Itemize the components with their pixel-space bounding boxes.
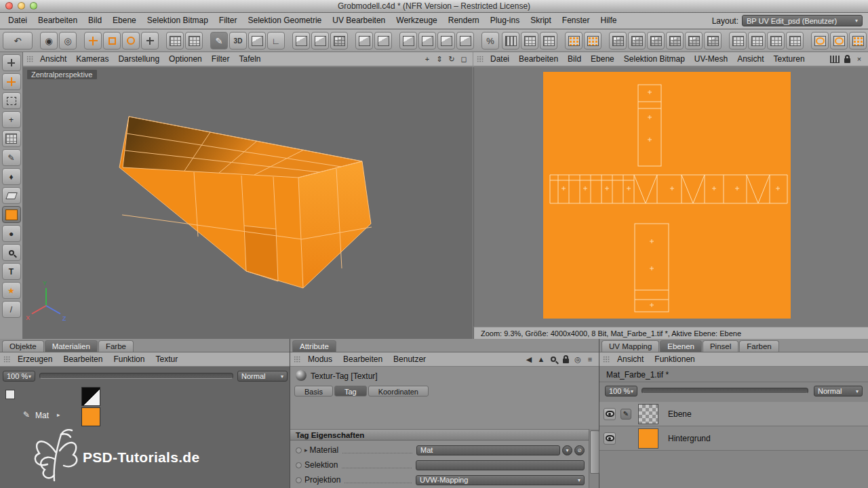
attributes-menu-bearbeiten[interactable]: Bearbeiten	[338, 352, 388, 367]
tab-uv-mapping[interactable]: UV Mapping	[601, 340, 659, 352]
cube-mapping-button-9[interactable]	[456, 32, 474, 49]
expander-icon[interactable]: ▸	[57, 411, 60, 418]
cube-mapping-button-8[interactable]	[437, 32, 455, 49]
zoom-view-icon[interactable]: ⇕	[433, 54, 446, 64]
material-pencil-icon[interactable]: ✎	[23, 410, 30, 420]
layer-row-ebene[interactable]: ✎ Ebene	[599, 402, 868, 426]
pattern-tool-button[interactable]	[2, 130, 21, 147]
anim-dot-icon[interactable]	[296, 447, 302, 453]
tab-farbe[interactable]: Farbe	[98, 340, 134, 352]
rotate-view-icon[interactable]: ↻	[446, 54, 458, 64]
viewport-menu-tafeln[interactable]: Tafeln	[234, 52, 265, 67]
move-tool-button[interactable]	[2, 73, 21, 90]
viewport-menu-optionen[interactable]: Optionen	[164, 52, 207, 67]
menu-skript[interactable]: Skript	[525, 13, 557, 28]
uv-menu-ebene[interactable]: Ebene	[586, 52, 619, 67]
menu-ebene[interactable]: Ebene	[107, 13, 142, 28]
panel-handle-icon[interactable]	[603, 356, 610, 363]
uv-projection-button-6[interactable]	[704, 32, 722, 49]
uv-projection-button-3[interactable]	[647, 32, 665, 49]
viewport-menu-darstellung[interactable]: Darstellung	[113, 52, 164, 67]
zoom-window-icon[interactable]	[30, 2, 37, 9]
minimize-window-icon[interactable]	[18, 2, 25, 9]
lock-icon[interactable]	[559, 354, 572, 365]
tab-objekte[interactable]: Objekte	[2, 340, 44, 352]
materials-menu-funktion[interactable]: Funktion	[108, 352, 150, 367]
target-icon[interactable]: ◎	[572, 354, 584, 365]
uv-grid-button-2[interactable]	[748, 32, 766, 49]
section-header[interactable]: Tag Eigenschaften	[290, 429, 589, 441]
camera-label[interactable]: Zentralperspektive	[27, 70, 97, 79]
material-name[interactable]: Mat	[35, 411, 49, 420]
rotate-tool-button[interactable]	[122, 32, 140, 49]
projection-paint-button[interactable]	[248, 32, 266, 49]
material-blend-select[interactable]: Normal ▾	[237, 371, 288, 382]
texture-file-name[interactable]: Mat_Farbe_1.tif *	[606, 370, 669, 380]
cube-mapping-button-7[interactable]	[418, 32, 436, 49]
viewport-menu-filter[interactable]: Filter	[207, 52, 235, 67]
attributes-scrollbar[interactable]: ▲ ▼	[589, 429, 599, 488]
panel-handle-icon[interactable]	[477, 56, 484, 62]
materials-menu-bearbeiten[interactable]: Bearbeiten	[58, 352, 108, 367]
menu-selektion-geometrie[interactable]: Selektion Geometrie	[243, 13, 328, 28]
uv-projection-button-2[interactable]	[628, 32, 646, 49]
menu-uv-bearbeiten[interactable]: UV Bearbeiten	[327, 13, 391, 28]
uv-menu-texturen[interactable]: Texturen	[769, 52, 810, 67]
menu-filter[interactable]: Filter	[214, 13, 243, 28]
paint-brush-button[interactable]: ✎	[210, 32, 228, 49]
knife-tool-button[interactable]: /	[2, 301, 21, 318]
uv-menu-uv-mesh[interactable]: UV-Mesh	[690, 52, 732, 67]
cube-mapping-button-6[interactable]	[399, 32, 417, 49]
material-opacity-slider[interactable]	[39, 373, 233, 379]
3d-viewport[interactable]: Zentralperspektive	[23, 67, 473, 339]
layers-menu-ansicht[interactable]: Ansicht	[612, 352, 649, 367]
anim-dot-icon[interactable]	[296, 477, 302, 483]
live-selection-button[interactable]: ◉	[40, 32, 58, 49]
uv-projection-button-4[interactable]	[666, 32, 684, 49]
material-color-thumbnail[interactable]	[81, 407, 100, 426]
percent-button[interactable]: %	[481, 32, 499, 49]
menu-bild[interactable]: Bild	[83, 13, 107, 28]
tab-koordinaten[interactable]: Koordinaten	[368, 386, 429, 396]
materials-menu-textur[interactable]: Textur	[150, 352, 183, 367]
uv-texture[interactable]	[543, 72, 791, 319]
layer-thumbnail[interactable]	[638, 428, 658, 449]
text-tool-button[interactable]: T	[2, 263, 21, 280]
cube-mapping-button-4[interactable]	[355, 32, 373, 49]
marquee-tool-button[interactable]	[2, 92, 21, 109]
selection-button[interactable]: ◎	[59, 32, 77, 49]
uv-point-sel-button[interactable]	[565, 32, 583, 49]
visibility-eye-icon[interactable]	[604, 408, 616, 420]
uv-relax-button-1[interactable]	[811, 32, 829, 49]
lock-icon[interactable]	[841, 54, 853, 64]
uv-menu-bearbeiten[interactable]: Bearbeiten	[514, 52, 563, 67]
close-icon[interactable]: ×	[853, 54, 865, 64]
uv-menu-datei[interactable]: Datei	[486, 52, 514, 67]
close-window-icon[interactable]	[5, 2, 13, 9]
scale-tool-button[interactable]	[103, 32, 121, 49]
material-preview-icon[interactable]	[5, 390, 15, 399]
scrollbar-thumb[interactable]	[590, 430, 599, 474]
materials-menu-erzeugen[interactable]: Erzeugen	[12, 352, 58, 367]
layers-menu-funktionen[interactable]: Funktionen	[649, 352, 700, 367]
layer-name[interactable]: Hintergrund	[668, 434, 711, 443]
pan-view-icon[interactable]: +	[421, 54, 433, 64]
menu-werkzeuge[interactable]: Werkzeuge	[391, 13, 442, 28]
layer-opacity-select[interactable]: 100 % ▾	[605, 386, 637, 396]
uv-columns-button[interactable]	[502, 32, 519, 49]
tab-ebenen[interactable]: Ebenen	[660, 340, 702, 352]
uv-canvas[interactable]	[473, 67, 868, 327]
uv-table-button-1[interactable]	[521, 32, 538, 49]
layer-opacity-slider[interactable]	[642, 388, 808, 394]
coord-system-button[interactable]	[141, 32, 159, 49]
uv-table-button-2[interactable]	[540, 32, 557, 49]
panel-handle-icon[interactable]	[26, 56, 33, 62]
undo-button[interactable]: ↶	[3, 32, 33, 49]
uv-relax-button-3[interactable]	[849, 32, 867, 49]
menu-fenster[interactable]: Fenster	[557, 13, 595, 28]
viewport-menu-kameras[interactable]: Kameras	[71, 52, 113, 67]
tab-basis[interactable]: Basis	[294, 386, 333, 396]
tab-materialien[interactable]: Materialien	[45, 340, 98, 352]
layer-row-hintergrund[interactable]: Hintergrund	[599, 426, 868, 451]
arrow-tool-button[interactable]	[2, 54, 21, 71]
